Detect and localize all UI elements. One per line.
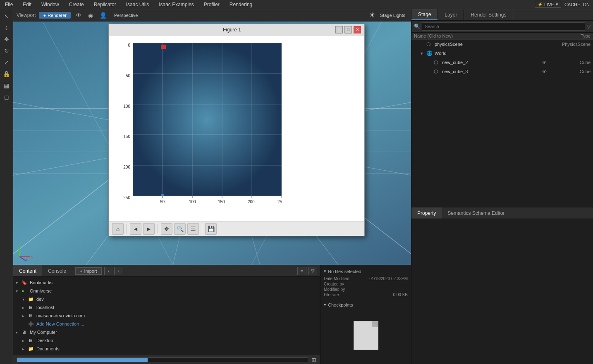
- fig-home-btn[interactable]: ⌂: [112, 223, 124, 235]
- add-icon: ➕: [28, 321, 35, 327]
- visibility-icon[interactable]: 👁: [542, 69, 547, 74]
- tree-row-cube3[interactable]: ⬡ new_cube_3 👁 Cube: [411, 67, 593, 76]
- stage-lights-label: Stage Lights: [380, 13, 405, 18]
- expand-icon: ▾: [16, 289, 21, 293]
- file-row-omniverse[interactable]: ▾ ● Omniverse: [13, 287, 320, 295]
- tab-stage[interactable]: Stage: [411, 9, 438, 20]
- file-row-nvidia[interactable]: ▸ 🖥 ov-isaac-dev.nvidia.com: [13, 312, 320, 320]
- fig-save-btn[interactable]: 💾: [205, 223, 217, 235]
- right-panel: Stage Layer Render Settings 🔍 ▽ Name (Ol…: [411, 9, 593, 364]
- toolbar-separator-2: [158, 224, 158, 233]
- file-row-mycomputer[interactable]: ▾ 🖥 My Computer: [13, 328, 320, 336]
- file-row-localhost[interactable]: ▸ 🖥 localhost: [13, 303, 320, 312]
- tab-console[interactable]: Console: [42, 265, 72, 276]
- menu-edit[interactable]: Edit: [21, 1, 33, 8]
- grid-view-btn[interactable]: ⊞: [311, 357, 316, 363]
- toolbar-scale-btn[interactable]: ⤢: [1, 57, 12, 68]
- filter-icon[interactable]: ▽: [587, 24, 591, 29]
- stage-lights-button[interactable]: Stage Lights: [378, 12, 408, 19]
- tab-semantics[interactable]: Semantics Schema Editor: [442, 207, 510, 219]
- add-connection-label: Add New Connection ...: [36, 321, 84, 326]
- documents-label: Documents: [36, 346, 60, 351]
- content-options-btn[interactable]: ≡: [297, 267, 306, 275]
- stage-tabs: Stage Layer Render Settings: [411, 9, 593, 21]
- bottom-status: ⊞: [13, 355, 320, 364]
- fig-config-btn[interactable]: ☰: [187, 223, 199, 235]
- tree-expand-icon[interactable]: ▾: [421, 51, 426, 56]
- menubar: File Edit Window Create Replicator Isaac…: [0, 0, 593, 9]
- file-row-add-connection[interactable]: ▸ ➕ Add New Connection ...: [13, 320, 320, 328]
- menu-isaac-utils[interactable]: Isaac Utils: [124, 1, 151, 8]
- toolbar-cursor-btn[interactable]: ↖: [1, 11, 12, 21]
- fig-back-btn[interactable]: ◄: [130, 223, 141, 235]
- created-by-row: Created by: [324, 282, 408, 286]
- toolbar-snap-btn[interactable]: 🔒: [1, 69, 12, 79]
- computer-icon: 🖥: [22, 330, 28, 335]
- tab-property[interactable]: Property: [411, 207, 442, 219]
- file-row-bookmarks[interactable]: ▾ 🔖 Bookmarks: [13, 278, 320, 287]
- toolbar-move-btn[interactable]: ✥: [1, 34, 12, 45]
- nav-forward-btn[interactable]: ›: [114, 267, 123, 275]
- tab-render-settings[interactable]: Render Settings: [464, 9, 513, 20]
- menu-profiler[interactable]: Profiler: [202, 1, 221, 8]
- fig-zoom-btn[interactable]: 🔍: [174, 223, 186, 235]
- fig-pan-btn[interactable]: ✥: [161, 223, 172, 235]
- figure-maximize-btn[interactable]: □: [344, 26, 352, 33]
- toolbar-expand-btn[interactable]: ◻: [1, 92, 12, 102]
- menu-isaac-examples[interactable]: Isaac Examples: [157, 1, 196, 8]
- renderer-button[interactable]: ● Renderer: [39, 12, 71, 19]
- fig-forward-btn[interactable]: ►: [143, 223, 155, 235]
- tab-layer[interactable]: Layer: [438, 9, 464, 20]
- menu-rendering[interactable]: Rendering: [228, 1, 254, 8]
- modified-by-label: Modified by: [324, 287, 345, 292]
- viewport-canvas[interactable]: X Y Z Figure 1 – □ ✕: [13, 21, 411, 265]
- file-row-documents[interactable]: ▸ 📁 Documents: [13, 345, 320, 353]
- world-icon: 🌐: [426, 50, 433, 56]
- menu-window[interactable]: Window: [40, 1, 61, 8]
- modified-by-row: Modified by: [324, 287, 408, 292]
- tree-row-cube2[interactable]: ⬡ new_cube_2 👁 Cube: [411, 58, 593, 67]
- import-button[interactable]: + Import: [75, 267, 102, 275]
- audio-btn[interactable]: ◉: [86, 11, 95, 19]
- localhost-label: localhost: [36, 305, 54, 310]
- svg-text:Z: Z: [26, 259, 28, 261]
- menu-replicator[interactable]: Replicator: [92, 1, 118, 8]
- file-row-dev[interactable]: ▾ 📁 dev: [13, 295, 320, 303]
- live-label: LIVE: [544, 2, 554, 7]
- spacer: ▸: [22, 322, 27, 326]
- file-row-desktop[interactable]: ▸ 🖥 Desktop: [13, 336, 320, 345]
- menu-create[interactable]: Create: [67, 1, 86, 8]
- stage-search-input[interactable]: [422, 22, 585, 31]
- svg-text:150: 150: [218, 200, 225, 204]
- camera-btn[interactable]: 👁: [74, 11, 83, 19]
- toolbar-panels-btn[interactable]: ▦: [1, 80, 12, 91]
- file-tree: ▾ 🔖 Bookmarks ▾ ● Omniverse ▾ 📁 dev: [13, 277, 320, 355]
- figure-minimize-btn[interactable]: –: [335, 26, 343, 33]
- svg-text:250: 250: [277, 200, 282, 204]
- svg-text:Y: Y: [18, 244, 21, 247]
- tree-row-physics[interactable]: ⬡ physicsScene PhysicsScene: [411, 40, 593, 49]
- nav-back-btn[interactable]: ‹: [104, 267, 113, 275]
- cache-label: CACHE: ON: [564, 2, 590, 7]
- tab-content[interactable]: Content: [13, 265, 42, 276]
- dropdown-icon[interactable]: ▾: [556, 2, 558, 7]
- svg-rect-34: [161, 45, 166, 49]
- menu-file[interactable]: File: [3, 1, 14, 8]
- cube-icon: ⬡: [434, 59, 440, 65]
- toolbar-select-btn[interactable]: ⊹: [1, 22, 12, 33]
- figure-dialog: Figure 1 – □ ✕ 0 50 100: [108, 24, 365, 236]
- figure-content: 0 50 100 150 200 250: [109, 36, 364, 221]
- folder-icon: 📁: [28, 297, 35, 302]
- server-icon: 🖥: [28, 305, 35, 310]
- figure-close-btn[interactable]: ✕: [354, 26, 361, 33]
- svg-text:50: 50: [160, 200, 165, 204]
- people-btn[interactable]: 👤: [98, 11, 108, 19]
- tree-row-world[interactable]: ▾ 🌐 World: [411, 49, 593, 58]
- perspective-button[interactable]: Perspective: [112, 12, 140, 19]
- perspective-label: Perspective: [114, 13, 138, 18]
- toolbar-rotate-btn[interactable]: ↻: [1, 45, 12, 56]
- physics-icon: ⬡: [426, 41, 433, 47]
- visibility-icon[interactable]: 👁: [542, 60, 547, 65]
- content-filter-btn[interactable]: ▽: [308, 267, 317, 275]
- expand-icon: ▸: [22, 305, 27, 310]
